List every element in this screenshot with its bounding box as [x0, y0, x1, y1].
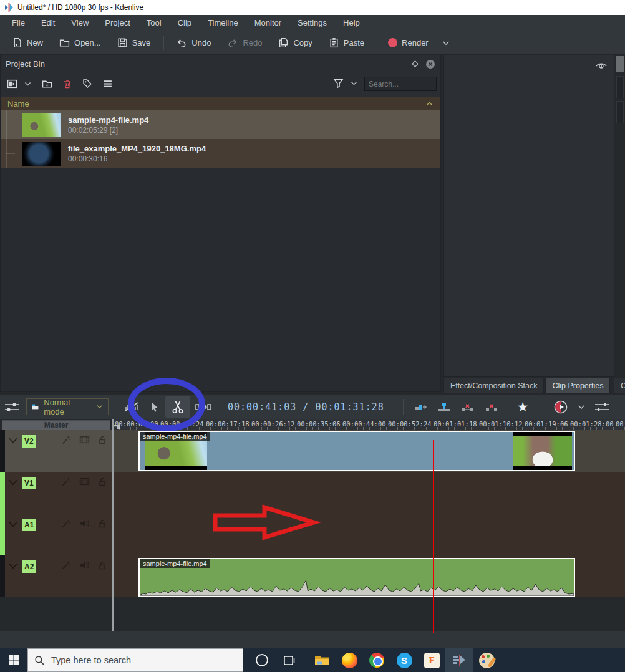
track-label[interactable]: V1: [22, 477, 36, 489]
mixer-icon[interactable]: [593, 401, 611, 413]
playhead[interactable]: [433, 440, 434, 633]
lift-zone-button[interactable]: [480, 402, 503, 412]
filter-funnel-icon[interactable]: [333, 78, 344, 89]
edit-mode-select[interactable]: Normal mode: [26, 398, 109, 415]
track-label[interactable]: A2: [22, 560, 36, 573]
bin-name-column-header[interactable]: Name: [1, 97, 440, 110]
overwrite-zone-button[interactable]: [432, 402, 456, 412]
track-collapse-icon[interactable]: [9, 563, 17, 569]
track-header-v2[interactable]: V2: [0, 430, 112, 472]
lock-open-icon[interactable]: [97, 434, 107, 445]
track-label[interactable]: A1: [22, 519, 36, 531]
skype-button[interactable]: S: [390, 648, 418, 672]
track-collapse-icon[interactable]: [9, 438, 17, 444]
copy-button[interactable]: Copy: [273, 34, 317, 52]
lane-a1[interactable]: [114, 514, 625, 555]
timeline-ruler[interactable]: 00:00:00:00 00:00:08:24 00:00:17:18 00:0…: [114, 419, 625, 430]
float-panel-icon[interactable]: [411, 60, 419, 68]
track-header-a2[interactable]: A2: [0, 555, 112, 597]
add-clip-chevron-icon[interactable]: [24, 80, 32, 88]
create-folder-icon[interactable]: [42, 79, 52, 89]
close-panel-icon[interactable]: [425, 59, 435, 69]
effects-wand-icon[interactable]: [61, 434, 72, 445]
track-target-strip[interactable]: [0, 472, 5, 514]
open-button[interactable]: Open...: [54, 34, 107, 52]
track-header-a1[interactable]: A1: [0, 514, 112, 555]
menu-edit[interactable]: Edit: [33, 15, 63, 31]
lock-open-icon[interactable]: [97, 560, 107, 570]
scrollbar-thumb[interactable]: [616, 56, 624, 72]
lane-v1[interactable]: [114, 472, 625, 514]
new-button[interactable]: New: [6, 34, 49, 52]
mix-clips-button[interactable]: [119, 400, 144, 414]
spacer-tool-button[interactable]: [190, 401, 216, 413]
undo-button[interactable]: Undo: [170, 34, 216, 52]
firefox-button[interactable]: [336, 648, 363, 672]
preview-render-button[interactable]: [548, 400, 573, 415]
track-target-strip[interactable]: [0, 555, 5, 597]
tab-partial[interactable]: C: [614, 378, 625, 393]
taskbar-search-input[interactable]: [51, 655, 226, 665]
menu-view[interactable]: View: [63, 15, 97, 31]
insert-zone-button[interactable]: [409, 402, 432, 412]
redo-button[interactable]: Redo: [221, 34, 268, 52]
effects-wand-icon[interactable]: [61, 518, 72, 529]
menu-file[interactable]: File: [4, 15, 33, 31]
menu-clip[interactable]: Clip: [170, 15, 200, 31]
track-header-v1[interactable]: V1: [0, 472, 112, 514]
menu-project[interactable]: Project: [97, 15, 138, 31]
chrome-button[interactable]: [363, 648, 390, 672]
eye-icon[interactable]: [595, 60, 608, 70]
menu-monitor[interactable]: Monitor: [246, 15, 289, 31]
delete-icon[interactable]: [62, 79, 72, 89]
master-track-button[interactable]: Master: [2, 420, 110, 430]
selection-tool-button[interactable]: [144, 401, 165, 413]
track-collapse-icon[interactable]: [9, 521, 17, 527]
cortana-button[interactable]: [248, 648, 276, 672]
speaker-icon[interactable]: [79, 518, 90, 529]
menu-timeline[interactable]: Timeline: [200, 15, 246, 31]
menu-settings[interactable]: Settings: [289, 15, 335, 31]
start-button[interactable]: [0, 648, 27, 672]
film-icon[interactable]: [79, 476, 90, 487]
preview-render-chevron-icon[interactable]: [577, 403, 586, 411]
extract-zone-button[interactable]: [456, 402, 480, 412]
lock-open-icon[interactable]: [97, 518, 107, 529]
bin-search-input[interactable]: [364, 77, 437, 91]
menu-help[interactable]: Help: [335, 15, 368, 31]
favorite-effects-button[interactable]: ★: [512, 400, 534, 413]
timeline-settings-icon[interactable]: [4, 400, 20, 414]
file-explorer-button[interactable]: [308, 648, 336, 672]
bin-clip-row[interactable]: file_example_MP4_1920_18MG.mp4 00:00:30:…: [1, 139, 440, 168]
bin-clip-row[interactable]: sample-mp4-file.mp4 00:02:05:29 [2]: [1, 110, 440, 139]
tab-effect-composition-stack[interactable]: Effect/Composition Stack: [443, 378, 544, 393]
kdenlive-taskbar-button[interactable]: [445, 648, 473, 672]
paste-button[interactable]: Paste: [323, 34, 370, 52]
effects-wand-icon[interactable]: [61, 560, 72, 570]
track-collapse-icon[interactable]: [9, 479, 17, 486]
track-header-splitter[interactable]: [112, 419, 114, 631]
timeline-audio-clip[interactable]: sample-mp4-file.mp4: [138, 558, 575, 597]
speaker-icon[interactable]: [79, 560, 90, 570]
task-view-button[interactable]: [276, 648, 303, 672]
render-button[interactable]: Render: [382, 34, 434, 51]
lock-open-icon[interactable]: [97, 476, 107, 487]
effects-wand-icon[interactable]: [61, 476, 72, 487]
taskbar-search[interactable]: [27, 648, 243, 672]
track-target-strip[interactable]: [0, 514, 5, 555]
timeline-video-clip[interactable]: sample-mp4-file.mp4: [138, 431, 575, 471]
save-button[interactable]: Save: [112, 34, 157, 52]
tab-clip-properties[interactable]: Clip Properties: [545, 378, 610, 393]
track-target-strip[interactable]: [0, 430, 5, 472]
filter-chevron-icon[interactable]: [350, 79, 358, 87]
track-label[interactable]: V2: [22, 435, 36, 448]
render-dropdown-chevron-icon[interactable]: [442, 39, 450, 47]
razor-tool-button[interactable]: [165, 396, 190, 418]
tag-icon[interactable]: [82, 79, 92, 89]
film-icon[interactable]: [79, 434, 90, 445]
menu-tool[interactable]: Tool: [138, 15, 170, 31]
bin-menu-icon[interactable]: [102, 79, 113, 89]
fusion360-button[interactable]: F: [418, 648, 445, 672]
add-clip-icon[interactable]: [7, 79, 17, 89]
paint-button[interactable]: [473, 648, 500, 672]
